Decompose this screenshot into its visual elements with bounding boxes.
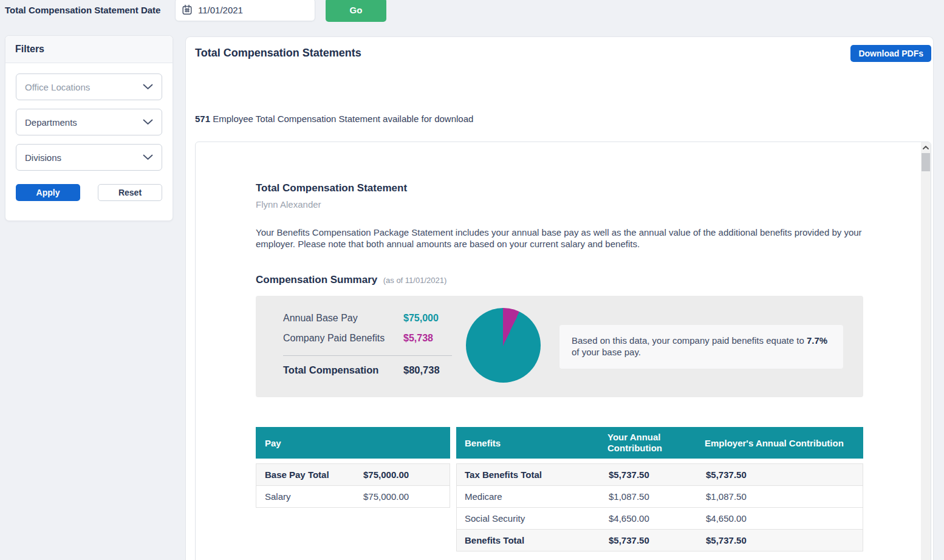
total-compensation-value: $80,738	[403, 364, 440, 376]
statement-count-line: 571 Employee Total Compensation Statemen…	[195, 114, 473, 124]
scroll-up-arrow-icon[interactable]	[921, 142, 931, 152]
your-contribution-value: $4,650.00	[609, 513, 706, 524]
calendar-icon[interactable]	[182, 4, 193, 15]
filters-body: Office Locations Departments Divisions A…	[5, 63, 173, 201]
summary-title: Compensation Summary	[256, 274, 377, 285]
divisions-dropdown[interactable]: Divisions	[16, 144, 162, 171]
compensation-pie-chart	[466, 308, 541, 383]
employee-name: Flynn Alexander	[256, 199, 863, 210]
benefits-note: Based on this data, your company paid be…	[559, 325, 843, 369]
your-contribution-col-header: Your Annual Contribution	[607, 432, 705, 454]
company-paid-benefits-label: Company Paid Benefits	[283, 333, 385, 344]
scrollbar-thumb[interactable]	[922, 153, 930, 171]
table-row: Medicare $1,087.50 $1,087.50	[457, 486, 863, 508]
table-row: Tax Benefits Total $5,737.50 $5,737.50	[457, 464, 863, 486]
pay-row-value: $75,000.00	[363, 491, 450, 502]
table-row: Salary $75,000.00	[256, 486, 450, 507]
pay-row-label: Salary	[256, 491, 363, 502]
benefits-table-header: Benefits Your Annual Contribution Employ…	[456, 427, 863, 459]
benefit-label: Benefits Total	[457, 535, 609, 545]
filters-panel: Filters Office Locations Departments Div…	[5, 35, 173, 221]
summary-asof-date: (as of 11/01/2021)	[383, 276, 447, 285]
summary-heading: Compensation Summary (as of 11/01/2021)	[256, 274, 863, 286]
annual-base-pay-value: $75,000	[403, 313, 439, 324]
your-contribution-value: $1,087.50	[609, 491, 706, 502]
table-row: Base Pay Total $75,000.00	[256, 464, 450, 486]
office-locations-dropdown[interactable]: Office Locations	[16, 73, 162, 100]
office-locations-placeholder: Office Locations	[25, 82, 90, 92]
company-paid-benefits-value: $5,738	[403, 333, 433, 344]
reset-button[interactable]: Reset	[98, 184, 162, 201]
your-contribution-value: $5,737.50	[609, 535, 706, 545]
employer-contribution-value: $1,087.50	[706, 491, 863, 502]
note-prefix: Based on this data, your company paid be…	[572, 335, 807, 346]
pay-row-label: Base Pay Total	[256, 470, 363, 480]
benefits-table: Benefits Your Annual Contribution Employ…	[456, 427, 863, 551]
benefit-label: Social Security	[457, 513, 609, 524]
filters-title: Filters	[5, 36, 173, 63]
compensation-summary-box: Annual Base Pay $75,000 Company Paid Ben…	[256, 296, 863, 397]
table-row: Benefits Total $5,737.50 $5,737.50	[457, 530, 863, 551]
chevron-down-icon	[143, 119, 153, 125]
statement-count-text: Employee Total Compensation Statement av…	[213, 114, 473, 124]
pay-table: Pay Base Pay Total $75,000.00 Salary $75…	[256, 427, 450, 551]
table-row: Social Security $4,650.00 $4,650.00	[457, 508, 863, 530]
filter-actions: Apply Reset	[16, 184, 162, 201]
benefits-col-header: Benefits	[456, 438, 607, 448]
note-percentage: 7.7%	[807, 335, 827, 346]
departments-label: Departments	[25, 117, 77, 128]
statement-title: Total Compensation Statement	[256, 182, 863, 194]
employer-contribution-value: $5,737.50	[706, 470, 863, 480]
benefit-label: Medicare	[457, 491, 609, 502]
statement-document: Total Compensation Statement Flynn Alexa…	[256, 142, 863, 551]
pay-table-header: Pay	[256, 427, 450, 459]
statement-preview: Total Compensation Statement Flynn Alexa…	[195, 142, 931, 560]
statement-date-field[interactable]	[175, 0, 315, 21]
main-panel: Total Compensation Statements Download P…	[185, 36, 934, 560]
pay-table-body: Base Pay Total $75,000.00 Salary $75,000…	[256, 463, 450, 508]
apply-button[interactable]: Apply	[16, 184, 80, 201]
annual-base-pay-label: Annual Base Pay	[283, 313, 358, 324]
go-button[interactable]: Go	[326, 0, 386, 22]
statement-intro: Your Benefits Compensation Package State…	[256, 227, 863, 250]
statement-scrollbar[interactable]	[921, 142, 931, 560]
date-filter-label: Total Compensation Statement Date	[5, 5, 160, 15]
benefit-label: Tax Benefits Total	[457, 470, 609, 480]
employer-contribution-col-header: Employer's Annual Contribution	[705, 438, 863, 448]
tables-row: Pay Base Pay Total $75,000.00 Salary $75…	[256, 427, 863, 551]
pay-row-value: $75,000.00	[363, 470, 450, 480]
benefits-table-body: Tax Benefits Total $5,737.50 $5,737.50 M…	[456, 463, 863, 551]
page-title: Total Compensation Statements	[195, 47, 361, 60]
departments-dropdown[interactable]: Departments	[16, 109, 162, 135]
divisions-label: Divisions	[25, 152, 61, 163]
chevron-down-icon	[143, 84, 153, 90]
total-compensation-label: Total Compensation	[283, 364, 378, 376]
chevron-down-icon	[143, 154, 153, 160]
note-suffix: of your base pay.	[572, 347, 641, 357]
download-pdfs-button[interactable]: Download PDFs	[850, 45, 931, 62]
statement-count: 571	[195, 114, 210, 124]
summary-divider	[283, 355, 452, 356]
employer-contribution-value: $4,650.00	[706, 513, 863, 524]
your-contribution-value: $5,737.50	[609, 470, 706, 480]
statement-date-input[interactable]	[197, 4, 290, 16]
employer-contribution-value: $5,737.50	[706, 535, 863, 545]
